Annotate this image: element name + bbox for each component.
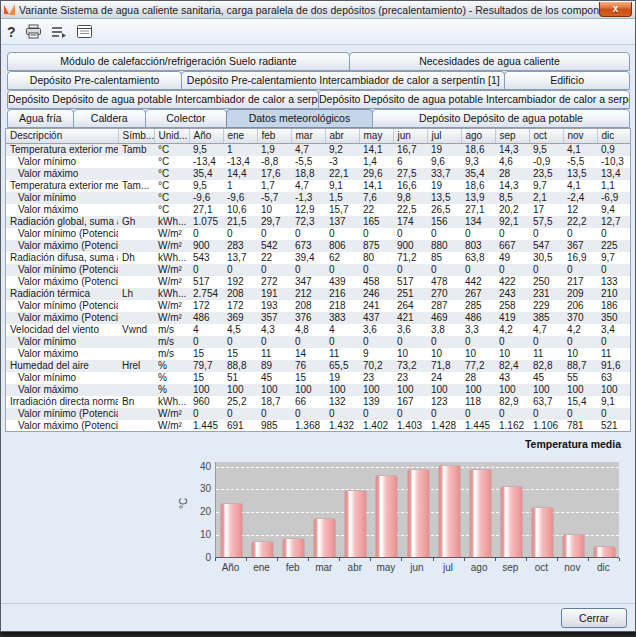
- row-value: 521: [597, 420, 631, 432]
- row-value: 4,5: [223, 324, 257, 336]
- row-value: 23: [393, 372, 427, 384]
- x-tick-label: Año: [215, 562, 246, 573]
- row-symbol: [118, 156, 154, 168]
- column-header: ago: [461, 129, 495, 143]
- row-value: 0: [359, 264, 393, 276]
- print-preview-icon[interactable]: [76, 23, 93, 41]
- row-value: 15: [189, 348, 223, 360]
- row-value: 1.428: [427, 420, 461, 432]
- row-value: 9,1: [325, 180, 359, 192]
- row-value: 82,8: [529, 360, 563, 372]
- row-unit: °C: [154, 143, 189, 156]
- row-description: Radiación difusa, suma anual: [6, 252, 118, 264]
- row-value: 385: [529, 312, 563, 324]
- row-value: 133: [597, 276, 631, 288]
- row-value: 14,3: [495, 143, 529, 156]
- row-value: 422: [495, 276, 529, 288]
- row-value: 12: [563, 204, 597, 216]
- row-value: 367: [563, 240, 597, 252]
- footer-bar: Cerrar: [1, 603, 635, 631]
- row-value: 6: [393, 156, 427, 168]
- tab-row: Agua fríaCalderaColectorDatos meteorológ…: [7, 109, 629, 128]
- tab-agua-fría[interactable]: Agua fría: [7, 109, 74, 128]
- row-value: -0,9: [529, 156, 563, 168]
- x-tick-label: nov: [557, 562, 588, 573]
- row-value: 0: [529, 228, 563, 240]
- tab-edificio[interactable]: Edificio: [504, 71, 630, 90]
- row-value: 7,6: [359, 192, 393, 204]
- y-tick-label: 10: [185, 529, 211, 540]
- row-description: Valor máximo (Potencia): [6, 240, 118, 252]
- row-value: 0: [189, 264, 223, 276]
- x-axis-tick: [308, 558, 309, 561]
- row-value: 30,5: [529, 252, 563, 264]
- row-value: -5,5: [563, 156, 597, 168]
- column-header: Unid...: [154, 129, 189, 143]
- row-value: 10: [393, 348, 427, 360]
- help-icon[interactable]: ?: [7, 23, 16, 41]
- row-value: 70,2: [359, 360, 393, 372]
- row-description: Valor mínimo (Potencia): [6, 228, 118, 240]
- row-value: 35,4: [461, 168, 495, 180]
- row-symbol: [118, 420, 154, 432]
- row-value: 0: [393, 264, 427, 276]
- tab-colector[interactable]: Colector: [145, 109, 227, 128]
- row-value: 1,4: [359, 156, 393, 168]
- row-value: 15: [189, 372, 223, 384]
- row-value: 217: [563, 276, 597, 288]
- row-description: Valor máximo: [6, 384, 118, 396]
- row-value: 23: [359, 372, 393, 384]
- row-value: -5,5: [291, 156, 325, 168]
- window-close-button[interactable]: x: [599, 2, 632, 17]
- tab-depósito-depósito-de-agua-potable[interactable]: Depósito Depósito de agua potable: [372, 109, 630, 128]
- row-description: Irradiación directa normal: [6, 396, 118, 408]
- tab-depósito-pre-calentamiento[interactable]: Depósito Pre-calentamiento: [7, 71, 182, 90]
- row-value: 9,4: [597, 204, 631, 216]
- row-value: 347: [291, 276, 325, 288]
- row-value: 165: [359, 216, 393, 228]
- row-value: 1,9: [257, 143, 291, 156]
- row-value: 691: [223, 420, 257, 432]
- tab-módulo-de-calefacción-refrigeración-suelo-radian[interactable]: Módulo de calefacción/refrigeración Suel…: [7, 52, 350, 71]
- row-value: 1.106: [529, 420, 563, 432]
- report-export-icon[interactable]: [51, 23, 67, 41]
- tab-depósito-pre-calentamiento-intercambiador-de-cal[interactable]: Depósito Pre-calentamiento Intercambiado…: [181, 71, 505, 90]
- row-value: 88,8: [223, 360, 257, 372]
- row-description: Valor máximo: [6, 204, 118, 216]
- row-value: 100: [427, 384, 461, 396]
- row-value: 16,7: [393, 143, 427, 156]
- row-value: 118: [461, 396, 495, 408]
- temperature-chart: Temperatura media °C 010203040Añoenefebm…: [183, 438, 629, 590]
- row-value: 264: [393, 300, 427, 312]
- row-value: 11: [325, 348, 359, 360]
- tab-depósito-depósito-de-agua-potable-intercambiador[interactable]: Depósito Depósito de agua potable Interc…: [318, 90, 630, 109]
- table-row: Valor mínimo°C-13,4-13,4-8,8-5,5-31,469,…: [6, 156, 631, 168]
- row-value: 4,1: [563, 180, 597, 192]
- row-description: Temperatura exterior media-...: [6, 180, 118, 192]
- row-value: 174: [393, 216, 427, 228]
- row-value: 250: [529, 276, 563, 288]
- row-value: 419: [495, 312, 529, 324]
- table-row: Valor mínimo (Potencia)W/m²1721721932082…: [6, 300, 631, 312]
- row-value: 15,4: [563, 396, 597, 408]
- x-tick-label: ene: [246, 562, 277, 573]
- column-header: sep: [495, 129, 529, 143]
- row-value: 13,9: [461, 192, 495, 204]
- row-value: 421: [393, 312, 427, 324]
- row-value: 283: [223, 240, 257, 252]
- row-value: 12,7: [597, 216, 631, 228]
- tab-datos-meteorológicos[interactable]: Datos meteorológicos: [226, 109, 373, 128]
- row-value: 8,5: [495, 192, 529, 204]
- tab-necesidades-de-agua-caliente[interactable]: Necesidades de agua caliente: [349, 52, 630, 71]
- x-axis-tick: [370, 558, 371, 561]
- row-value: 10: [495, 348, 529, 360]
- x-tick-label: sep: [495, 562, 526, 573]
- results-window: Variante Sistema de agua caliente sanita…: [0, 0, 636, 632]
- tab-depósito-depósito-de-agua-potable-intercambiador[interactable]: Depósito Depósito de agua potable Interc…: [7, 90, 319, 109]
- table-row: Valor mínimo (Potencia)W/m²0000000000000: [6, 264, 631, 276]
- row-value: 11: [257, 348, 291, 360]
- cerrar-button[interactable]: Cerrar: [561, 608, 627, 628]
- row-value: 229: [529, 300, 563, 312]
- tab-caldera[interactable]: Caldera: [73, 109, 146, 128]
- print-icon[interactable]: [25, 23, 42, 41]
